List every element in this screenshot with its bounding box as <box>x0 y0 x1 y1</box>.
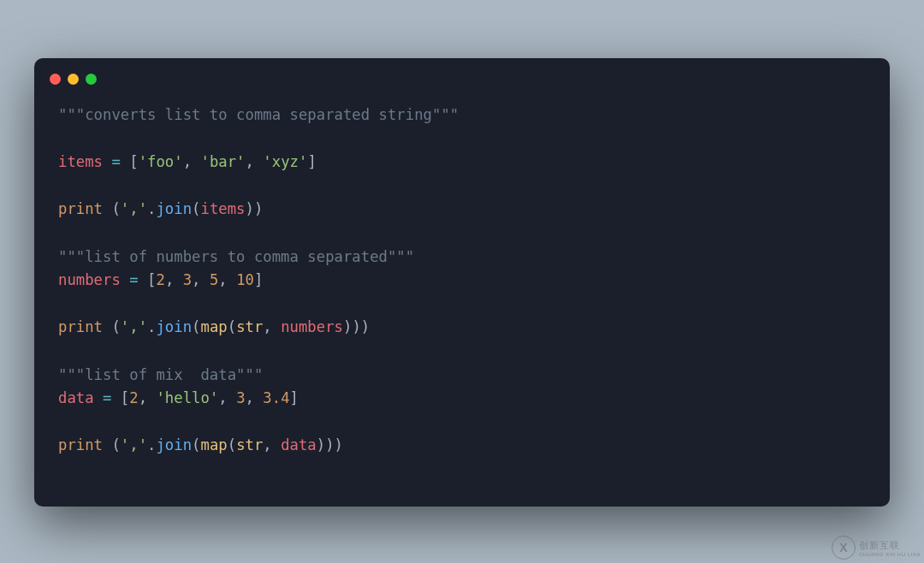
variable: items <box>58 153 103 170</box>
bracket: [ <box>121 389 129 406</box>
variable: data <box>281 436 317 453</box>
minimize-icon[interactable] <box>68 74 79 85</box>
string: 'foo' <box>139 153 183 170</box>
comma: , <box>139 389 157 406</box>
bracket: [ <box>129 153 138 170</box>
operator: = <box>121 271 147 288</box>
keyword-print: print <box>58 318 103 335</box>
docstring: """list of numbers to comma separated""" <box>58 248 414 265</box>
paren: ( <box>228 318 236 335</box>
builtin-map: map <box>201 436 228 453</box>
keyword-print: print <box>58 436 103 453</box>
paren: )) <box>246 200 264 217</box>
method-join: join <box>156 200 192 217</box>
number: 3.4 <box>263 389 289 406</box>
variable: data <box>58 389 94 406</box>
bracket: [ <box>147 271 156 288</box>
string: 'xyz' <box>263 153 307 170</box>
comma: , <box>246 153 264 170</box>
comma: , <box>218 389 236 406</box>
paren: ))) <box>343 318 370 335</box>
code-window: """converts list to comma separated stri… <box>34 58 890 507</box>
comma: , <box>263 318 281 335</box>
space <box>103 318 111 335</box>
watermark-text: 创新互联 CHUANG XIN HU LIAN <box>859 539 921 557</box>
dot: . <box>147 200 156 217</box>
method-join: join <box>156 318 192 335</box>
comma: , <box>192 271 210 288</box>
dot: . <box>147 436 156 453</box>
bracket: ] <box>307 153 316 170</box>
window-controls <box>34 74 890 85</box>
comma: , <box>263 436 281 453</box>
paren: ( <box>111 436 120 453</box>
number: 3 <box>236 389 245 406</box>
number: 2 <box>129 389 138 406</box>
paren: ( <box>111 200 120 217</box>
close-icon[interactable] <box>50 74 61 85</box>
paren: ( <box>111 318 120 335</box>
comma: , <box>218 271 236 288</box>
string: ',' <box>121 200 147 217</box>
paren: ( <box>192 436 200 453</box>
dot: . <box>147 318 156 335</box>
comma: , <box>165 271 183 288</box>
builtin-str: str <box>236 318 263 335</box>
method-join: join <box>156 436 192 453</box>
number: 2 <box>156 271 164 288</box>
paren: ( <box>192 200 200 217</box>
string: 'hello' <box>156 389 218 406</box>
watermark: X 创新互联 CHUANG XIN HU LIAN <box>832 536 921 560</box>
bracket: ] <box>290 389 299 406</box>
docstring: """converts list to comma separated stri… <box>58 106 459 123</box>
watermark-line1: 创新互联 <box>859 539 921 552</box>
comma: , <box>246 389 264 406</box>
string: ',' <box>121 436 147 453</box>
maximize-icon[interactable] <box>86 74 97 85</box>
watermark-logo-icon: X <box>832 536 856 560</box>
variable: numbers <box>281 318 343 335</box>
variable: items <box>201 200 246 217</box>
paren: ( <box>228 436 236 453</box>
keyword-print: print <box>58 200 103 217</box>
number: 5 <box>210 271 218 288</box>
code-block: """converts list to comma separated stri… <box>34 104 890 478</box>
paren: ))) <box>317 436 343 453</box>
docstring: """list of mix data""" <box>58 366 263 383</box>
space <box>103 200 111 217</box>
comma: , <box>183 153 201 170</box>
space <box>103 436 111 453</box>
operator: = <box>94 389 121 406</box>
bracket: ] <box>254 271 263 288</box>
watermark-line2: CHUANG XIN HU LIAN <box>859 552 921 557</box>
paren: ( <box>192 318 200 335</box>
string: ',' <box>121 318 147 335</box>
string: 'bar' <box>201 153 246 170</box>
builtin-map: map <box>201 318 228 335</box>
builtin-str: str <box>236 436 263 453</box>
variable: numbers <box>58 271 121 288</box>
number: 3 <box>183 271 192 288</box>
number: 10 <box>236 271 254 288</box>
operator: = <box>103 153 129 170</box>
